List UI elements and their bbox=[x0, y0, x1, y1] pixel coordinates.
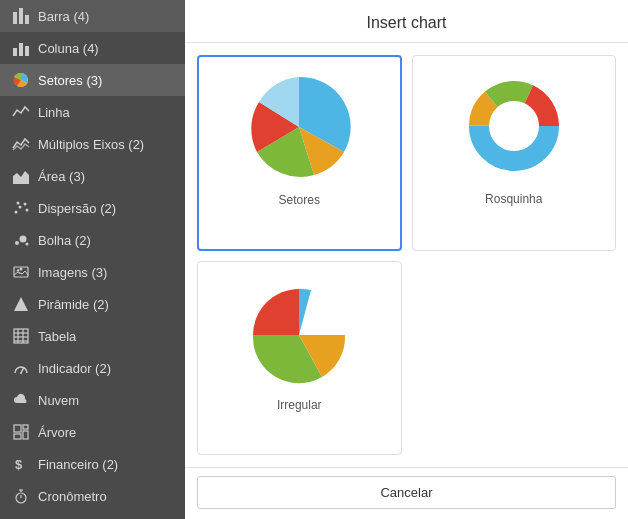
dialog-title: Insert chart bbox=[185, 0, 628, 43]
chart-card-rosquinha[interactable]: Rosquinha bbox=[412, 55, 617, 251]
charts-grid: Setores Rosquinha bbox=[185, 43, 628, 467]
main-panel: Insert chart Setores bbox=[185, 0, 628, 519]
svg-point-13 bbox=[20, 236, 27, 243]
sidebar-item-label: Múltiplos Eixos (2) bbox=[38, 137, 173, 152]
chart-card-setores[interactable]: Setores bbox=[197, 55, 402, 251]
chart-visual-irregular bbox=[234, 272, 364, 392]
sidebar-item-label: Financeiro (2) bbox=[38, 457, 173, 472]
sidebar-item-label: Árvore bbox=[38, 425, 173, 440]
chart-label-irregular: Irregular bbox=[277, 398, 322, 412]
bar-icon bbox=[12, 7, 30, 25]
sidebar-item-label: Imagens (3) bbox=[38, 265, 173, 280]
bubble-icon bbox=[12, 231, 30, 249]
sidebar-item-multiplos[interactable]: Múltiplos Eixos (2) bbox=[0, 128, 185, 160]
svg-rect-1 bbox=[19, 8, 23, 24]
stopwatch-icon bbox=[12, 487, 30, 505]
sidebar-item-label: Barra (4) bbox=[38, 9, 173, 24]
sidebar-item-piramide[interactable]: Pirâmide (2) bbox=[0, 288, 185, 320]
svg-rect-29 bbox=[23, 425, 28, 429]
sidebar-item-label: Bolha (2) bbox=[38, 233, 173, 248]
svg-point-14 bbox=[26, 243, 29, 246]
svg-rect-0 bbox=[13, 12, 17, 24]
area-icon bbox=[12, 167, 30, 185]
sidebar: Barra (4) Coluna (4) Setores (3) bbox=[0, 0, 185, 519]
svg-point-12 bbox=[15, 241, 19, 245]
sidebar-item-dispersao[interactable]: Dispersão (2) bbox=[0, 192, 185, 224]
sidebar-item-cronometro[interactable]: Cronômetro bbox=[0, 480, 185, 512]
sidebar-item-coluna[interactable]: Coluna (4) bbox=[0, 32, 185, 64]
sidebar-item-bolha[interactable]: Bolha (2) bbox=[0, 224, 185, 256]
scatter-icon bbox=[12, 199, 30, 217]
sidebar-item-label: Área (3) bbox=[38, 169, 173, 184]
image-icon bbox=[12, 263, 30, 281]
cloud-icon bbox=[12, 391, 30, 409]
finance-icon: $ bbox=[12, 455, 30, 473]
svg-point-11 bbox=[17, 202, 20, 205]
chart-label-rosquinha: Rosquinha bbox=[485, 192, 542, 206]
sidebar-item-arvore[interactable]: Árvore bbox=[0, 416, 185, 448]
sidebar-item-imagens[interactable]: Imagens (3) bbox=[0, 256, 185, 288]
svg-point-8 bbox=[19, 206, 22, 209]
svg-rect-27 bbox=[14, 425, 21, 432]
sidebar-item-label: Setores (3) bbox=[38, 73, 173, 88]
sidebar-item-tabela[interactable]: Tabela bbox=[0, 320, 185, 352]
chart-visual-rosquinha bbox=[449, 66, 579, 186]
sidebar-item-label: Cronômetro bbox=[38, 489, 173, 504]
svg-point-9 bbox=[24, 203, 27, 206]
svg-rect-2 bbox=[25, 15, 29, 24]
cancel-button[interactable]: Cancelar bbox=[197, 476, 616, 509]
line-icon bbox=[12, 103, 30, 121]
svg-point-26 bbox=[20, 372, 22, 374]
pyramid-icon bbox=[12, 295, 30, 313]
multi-icon bbox=[12, 135, 30, 153]
sidebar-item-label: Coluna (4) bbox=[38, 41, 173, 56]
chart-card-irregular[interactable]: Irregular bbox=[197, 261, 402, 455]
sidebar-item-linha[interactable]: Linha bbox=[0, 96, 185, 128]
pie-icon bbox=[12, 71, 30, 89]
svg-rect-4 bbox=[19, 43, 23, 56]
sidebar-item-nuvem[interactable]: Nuvem bbox=[0, 384, 185, 416]
sidebar-item-label: Tabela bbox=[38, 329, 173, 344]
cancel-bar: Cancelar bbox=[185, 467, 628, 519]
svg-point-16 bbox=[17, 269, 19, 271]
table-icon bbox=[12, 327, 30, 345]
sidebar-item-financeiro[interactable]: $ Financeiro (2) bbox=[0, 448, 185, 480]
sidebar-item-fatos[interactable]: Fatos & Figuras bbox=[0, 512, 185, 519]
sidebar-item-label: Indicador (2) bbox=[38, 361, 173, 376]
gauge-icon bbox=[12, 359, 30, 377]
svg-point-10 bbox=[26, 209, 29, 212]
chart-label-setores: Setores bbox=[279, 193, 320, 207]
sidebar-item-area[interactable]: Área (3) bbox=[0, 160, 185, 192]
svg-text:$: $ bbox=[15, 457, 23, 472]
chart-visual-setores bbox=[234, 67, 364, 187]
svg-rect-3 bbox=[13, 48, 17, 56]
svg-rect-30 bbox=[23, 431, 28, 439]
svg-marker-18 bbox=[14, 297, 28, 311]
sidebar-item-label: Pirâmide (2) bbox=[38, 297, 173, 312]
tree-icon bbox=[12, 423, 30, 441]
sidebar-item-indicador[interactable]: Indicador (2) bbox=[0, 352, 185, 384]
sidebar-item-barra[interactable]: Barra (4) bbox=[0, 0, 185, 32]
sidebar-item-label: Nuvem bbox=[38, 393, 173, 408]
svg-rect-28 bbox=[14, 434, 21, 439]
svg-point-7 bbox=[15, 211, 18, 214]
sidebar-item-setores[interactable]: Setores (3) bbox=[0, 64, 185, 96]
column-icon bbox=[12, 39, 30, 57]
svg-point-44 bbox=[494, 106, 534, 146]
sidebar-item-label: Dispersão (2) bbox=[38, 201, 173, 216]
svg-rect-5 bbox=[25, 46, 29, 56]
sidebar-item-label: Linha bbox=[38, 105, 173, 120]
svg-point-17 bbox=[20, 268, 23, 271]
